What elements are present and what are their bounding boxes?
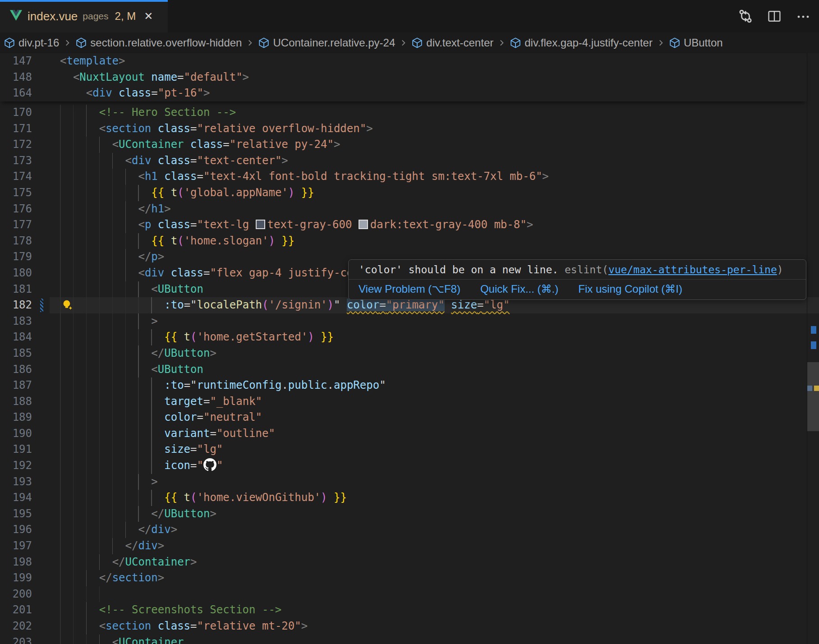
code-token: < [151,283,157,295]
code-token: "outline" [216,427,275,440]
breadcrumb-item[interactable]: div.pt-16 [4,37,59,49]
code-token: = [203,267,210,279]
code-line[interactable]: 176</h1> [0,201,819,217]
code-line[interactable]: 185</UButton> [0,345,819,362]
code-line[interactable]: 174<h1 class="text-4xl font-bold trackin… [0,169,819,185]
code-line[interactable]: 187:to="runtimeConfig.public.appRepo" [0,377,819,394]
code-token: = [223,138,229,151]
code-token: size [451,299,477,311]
code-line[interactable]: 170<!-- Hero Section --> [0,105,819,121]
rule-link[interactable]: vue/max-attributes-per-line [608,264,777,276]
breadcrumb-item[interactable]: div.flex.gap-4.justify-center [510,37,653,49]
code-line[interactable]: 173<div class="text-center"> [0,153,819,169]
code-token: = [151,87,157,99]
code-token: > [164,202,170,215]
code-line[interactable]: 177<p class="text-lg text-gray-600 dark:… [0,217,819,233]
breadcrumb-label: section.relative.overflow-hidden [90,37,242,49]
code-line[interactable]: 195</UButton> [0,506,819,522]
code-line[interactable]: 200 [0,586,819,603]
code-line[interactable]: 201<!-- Screenshots Section --> [0,602,819,618]
code-text: {{ t('home.viewOnGithub') }} [0,490,819,506]
code-token: class [164,267,203,279]
code-line[interactable]: 178{{ t('home.slogan') }} [0,233,819,249]
vue-logo-icon [10,10,22,23]
code-line[interactable]: 192icon="" [0,458,819,474]
code-line[interactable]: 184{{ t('home.getStarted') }} [0,329,819,345]
breadcrumb-item[interactable]: UButton [669,37,723,49]
code-line[interactable]: 199</section> [0,570,819,586]
quick-fix-action[interactable]: Quick Fix... (⌘.) [480,283,558,295]
code-line[interactable]: 196</div> [0,522,819,538]
code-token: target [164,395,203,408]
code-token: icon [164,459,190,472]
breadcrumb: div.pt-16section.relative.overflow-hidde… [0,32,819,53]
code-token: ( [177,186,184,199]
code-line[interactable]: 171<section class="relative overflow-hid… [0,121,819,137]
code-token: = [184,379,190,391]
code-token: </ [151,507,164,520]
code-token: ( [177,235,184,247]
code-line[interactable]: 183> [0,313,819,330]
code-token: " [334,299,340,311]
code-token: 'global.appName' [184,186,288,199]
code-token: " [190,379,197,391]
code-token: ) [268,235,275,247]
code-token: > [243,71,249,83]
breadcrumb-item[interactable]: section.relative.overflow-hidden [75,37,242,49]
view-problem-action[interactable]: View Problem (⌥F8) [359,283,460,295]
code-line[interactable]: 175{{ t('global.appName') }} [0,185,819,201]
tab-bar: index.vue pages 2, M ✕ [0,0,819,32]
code-text: <!-- Screenshots Section --> [0,602,819,618]
fix-using-copilot-action[interactable]: Fix using Copilot (⌘I) [578,283,682,295]
breadcrumb-item[interactable]: UContainer.relative.py-24 [258,37,395,49]
code-token: name [145,71,177,83]
code-line[interactable]: 194{{ t('home.viewOnGithub') }} [0,490,819,506]
code-token: = [190,218,197,231]
code-token: > [190,556,197,568]
code-line[interactable]: 193> [0,474,819,490]
open-changes-icon[interactable] [738,9,753,24]
code-text: <div class="pt-16"> [0,85,807,101]
code-token: </ [138,523,151,536]
code-token: color [347,299,379,311]
breadcrumb-item[interactable]: div.text-center [411,37,493,49]
chevron-right-icon [63,39,71,47]
code-line[interactable]: 172<UContainer class="relative py-24"> [0,137,819,153]
code-line[interactable]: 197</div> [0,538,819,554]
code-line[interactable]: 188target="_blank" [0,394,819,410]
more-actions-icon[interactable] [796,9,811,24]
sticky-line[interactable]: 147<template> [0,53,807,69]
code-token: > [301,620,308,632]
code-line[interactable]: 186<UButton [0,362,819,378]
lightbulb-sparkle-icon[interactable] [61,299,74,312]
code-line[interactable]: 190variant="outline" [0,426,819,442]
code-token: = [190,154,197,167]
code-token: UButton [164,347,210,359]
code-token: > [158,539,164,552]
code-token: ) [327,299,334,311]
code-line[interactable]: 189color="neutral" [0,409,819,426]
code-token: h1 [145,170,158,183]
sticky-line[interactable]: 148<NuxtLayout name="default"> [0,69,807,86]
code-token: " [379,379,386,391]
code-token: </ [99,571,112,584]
code-text: </div> [0,522,819,538]
sticky-line[interactable]: 164<div class="pt-16"> [0,85,807,101]
code-line[interactable]: 202<section class="relative mt-20"> [0,618,819,635]
code-line[interactable]: 191size="lg" [0,442,819,458]
code-token: > [210,347,216,359]
code-text: <p class="text-lg text-gray-600 dark:tex… [0,217,819,233]
scrollbar-thumb[interactable] [807,362,819,431]
tab-index-vue[interactable]: index.vue pages 2, M ✕ [0,0,168,32]
code-token: = [177,71,184,83]
code-line[interactable]: 203<UContainer [0,635,819,644]
split-editor-icon[interactable] [767,9,782,24]
code-token: p [145,218,151,231]
close-icon[interactable]: ✕ [144,11,153,22]
symbol-cube-icon [669,37,681,49]
code-token: < [99,620,106,632]
code-text: <section class="relative overflow-hidden… [0,121,819,137]
code-token: }} [294,186,314,199]
code-token: div [145,267,164,279]
code-line[interactable]: 198</UContainer> [0,554,819,570]
